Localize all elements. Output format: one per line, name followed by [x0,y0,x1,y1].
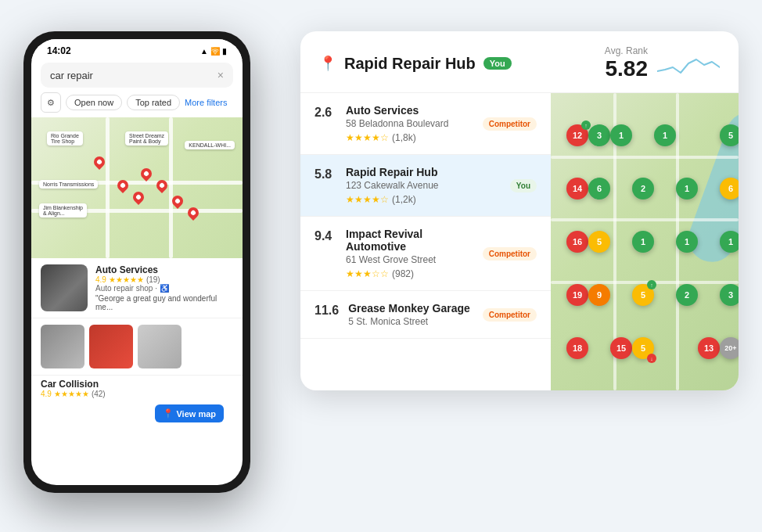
phone-screen: 14:02 ▲ 🛜 ▮ car repair × ⚙ Open now Top … [31,39,243,485]
result-item-2[interactable]: 9.4 Impact Revival Automotive 61 West Gr… [300,217,551,291]
signal-icon: ▲ [200,47,208,56]
grid-cell-r1-c3: 2 [632,162,654,215]
rank-dot-0-7[interactable]: 5 [720,124,739,146]
view-map-button[interactable]: 📍 View map [155,404,224,422]
listing-name-collision: Car Collision [41,379,233,390]
map-label-blankenship: Jim Blankenship& Align... [39,203,87,217]
rank-dot-2-7[interactable]: 1 [720,231,739,253]
rating-count-auto: (19) [146,275,160,284]
listing-info-auto: Auto Services 4.9 ★★★★★ (19) Auto repair… [95,264,233,311]
listing-tag-auto: Auto repair shop · ♿ [95,284,233,293]
more-filters-link[interactable]: More filters [185,98,227,107]
result-badge-1: You [510,179,537,192]
grid-cell-r2-c5: 1 [676,215,698,268]
map-pin-icon: 📍 [163,408,174,419]
rank-dot-4-0[interactable]: 18 [566,337,588,359]
rank-dot-3-1[interactable]: 9 [588,284,610,306]
grid-cell-r4-c1 [588,322,610,375]
result-badge-0: Competitor [483,117,537,131]
rank-dot-2-0[interactable]: 16 [566,231,588,253]
grid-cell-r0-c1: 3 [588,109,610,162]
result-info-1: Rapid Repair Hub 123 Cakewalk Avenue ★★★… [346,166,501,205]
filter-toggle-icon[interactable]: ⚙ [41,92,61,113]
phone-mockup: 14:02 ▲ 🛜 ▮ car repair × ⚙ Open now Top … [23,31,250,493]
rank-dot-3-7[interactable]: 3 [720,284,739,306]
grid-cell-r4-c5 [676,322,698,375]
stars-auto: ★★★★★ [109,275,144,284]
arrow-down-icon: ↓ [647,354,656,363]
rank-dot-0-0[interactable]: 12↑ [566,124,588,146]
result-badge-3: Competitor [483,308,537,322]
business-name: Rapid Repair Hub [344,55,476,73]
rank-dot-0-4[interactable]: 1 [654,124,676,146]
rank-dot-3-3[interactable]: 5↑ [632,284,654,306]
result-item-0[interactable]: 2.6 Auto Services 58 Beladonna Boulevard… [300,93,551,155]
result-info-3: Grease Monkey Garage 5 St. Monica Street [348,302,473,327]
result-badge-2: Competitor [483,247,537,261]
open-now-filter[interactable]: Open now [66,95,122,110]
grid-cell-r3-c7: 3 [720,268,739,322]
rank-dot-3-0[interactable]: 19 [566,284,588,306]
result-count-2: (982) [392,268,414,279]
grid-cell-r3-c5: 2 [676,268,698,322]
rank-title-group: 📍 Rapid Repair Hub You [319,55,512,73]
rank-dot-0-1[interactable]: 3 [588,124,610,146]
result-item-1[interactable]: 5.8 Rapid Repair Hub 123 Cakewalk Avenue… [300,155,551,217]
grid-cell-r2-c4 [654,215,676,268]
map-label-kendall: KENDALL-WHI... [185,141,235,149]
thumb-collision-2 [89,325,133,368]
grid-cell-r1-c1: 6 [588,162,610,215]
rank-dot-4-3[interactable]: 5↓ [632,337,654,359]
sparkline-chart [657,48,720,79]
grid-cell-r0-c5 [676,109,698,162]
thumb-collision-1 [41,325,84,368]
grid-cell-r3-c2 [610,268,632,322]
rank-dot-3-5[interactable]: 2 [676,284,698,306]
listing-car-collision[interactable] [31,318,243,376]
result-name-0: Auto Services [346,104,473,117]
listing-thumb-auto [41,264,88,311]
result-item-3[interactable]: 11.6 Grease Monkey Garage 5 St. Monica S… [300,291,551,339]
rank-dot-0-2[interactable]: 1 [610,124,632,146]
rank-dot-1-7[interactable]: 6 [720,178,739,200]
grid-cell-r2-c0: 16 [566,215,588,268]
result-name-2: Impact Revival Automotive [346,228,473,253]
result-address-3: 5 St. Monica Street [348,316,473,327]
arrow-up-icon: ↑ [647,280,656,289]
rank-dot-4-7[interactable]: 20+ [720,337,739,359]
rank-header: 📍 Rapid Repair Hub You Avg. Rank 5.82 [300,31,739,93]
phone-map: Rio GrandeTire Shop Street DreamzPaint &… [31,117,243,258]
rank-dot-4-6[interactable]: 13 [698,337,720,359]
grid-cell-r1-c6 [698,162,720,215]
listing-review-auto: "George a great guy and wonderful me... [95,294,233,311]
grid-cell-r4-c6: 13 [698,322,720,375]
result-rank-3: 11.6 [315,302,339,318]
result-count-0: (1,8k) [392,132,416,143]
rank-dot-2-3[interactable]: 1 [632,231,654,253]
rank-dot-1-3[interactable]: 2 [632,178,654,200]
rank-dot-1-5[interactable]: 1 [676,178,698,200]
grid-cell-r4-c4 [654,322,676,375]
status-time: 14:02 [47,45,71,56]
grid-cell-r2-c3: 1 [632,215,654,268]
location-pin-icon: 📍 [319,55,336,72]
grid-cell-r3-c1: 9 [588,268,610,322]
rank-dot-2-1[interactable]: 5 [588,231,610,253]
rank-dot-1-1[interactable]: 6 [588,178,610,200]
clear-search-icon[interactable]: × [217,69,224,81]
listing-rating-auto: 4.9 ★★★★★ (19) [95,275,233,284]
rank-dot-1-0[interactable]: 14 [566,178,588,200]
grid-cell-r0-c3 [632,109,654,162]
top-rated-filter[interactable]: Top rated [127,95,180,110]
search-text: car repair [50,70,93,81]
phone-listings: Auto Services 4.9 ★★★★★ (19) Auto repair… [31,258,243,485]
result-address-0: 58 Beladonna Boulevard [346,118,473,129]
map-label-street: Street DreamzPaint & Body [125,131,168,146]
result-rank-0: 2.6 [315,104,336,120]
rank-dot-2-5[interactable]: 1 [676,231,698,253]
rank-dot-4-2[interactable]: 15 [610,337,632,359]
result-rating-0: ★★★★☆ (1,8k) [346,132,473,143]
listing-auto-services[interactable]: Auto Services 4.9 ★★★★★ (19) Auto repair… [31,258,243,318]
phone-search-bar[interactable]: car repair × [41,63,233,88]
result-stars-2: ★★★☆☆ [346,268,389,279]
